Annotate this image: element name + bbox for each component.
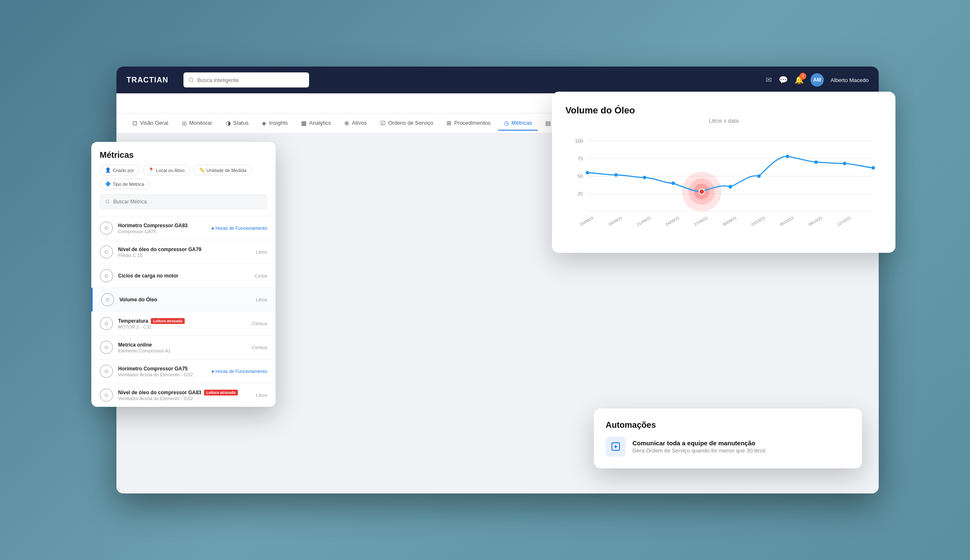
data-point xyxy=(843,162,846,165)
svg-text:15/09/21: 15/09/21 xyxy=(579,215,594,227)
svg-point-0 xyxy=(189,78,193,82)
filter-chip-criado[interactable]: 👤 Criado por xyxy=(100,165,139,175)
metric-icon: ⊙ xyxy=(100,269,113,283)
metric-sub: Ventilador Acima do Elemento - GS2 xyxy=(118,396,251,401)
list-item[interactable]: ⊙ Horímetro Compressor GA83 Compressor G… xyxy=(91,216,276,240)
svg-text:75: 75 xyxy=(578,156,583,161)
metric-icon: ⊙ xyxy=(100,388,113,402)
late-reading-tag: Leitura atrasada xyxy=(204,390,238,396)
data-point xyxy=(786,155,789,158)
metric-unit: Ciclos xyxy=(255,273,267,278)
data-point xyxy=(729,185,732,188)
metric-name: Metrica online xyxy=(118,342,247,348)
automacao-name: Comunicar toda a equipe de manutenção xyxy=(632,439,766,447)
list-item[interactable]: ⊙ Metrica online Elemento Compressor A1 … xyxy=(91,335,276,359)
tab-metricas[interactable]: ◷ Métricas xyxy=(498,116,538,131)
data-point xyxy=(872,166,875,170)
tab-monitorar[interactable]: ◎ Monitorar xyxy=(176,116,218,131)
metric-unit: Celsius xyxy=(252,321,267,326)
metric-name: Nível de óleo do compressor GA83 Leitura… xyxy=(118,390,251,396)
automation-icon-svg xyxy=(611,442,621,452)
metric-name: Ciclos de carga no motor xyxy=(118,273,250,279)
automacao-item[interactable]: Comunicar toda a equipe de manutenção Ge… xyxy=(606,437,850,457)
search-icon-small xyxy=(105,199,110,204)
data-point xyxy=(671,182,675,185)
data-point xyxy=(757,175,761,178)
metric-icon: ⊙ xyxy=(100,245,113,259)
metric-link: ● Horas de Funcionamento xyxy=(212,226,267,231)
list-item[interactable]: ⊙ Horímetro Compressor GA75 Ventilador A… xyxy=(91,359,276,383)
tab-insights[interactable]: ◈ Insights xyxy=(256,116,294,131)
search-input[interactable] xyxy=(197,77,304,83)
floating-chart-window: Volume do Óleo Litros x data 100 75 50 2… xyxy=(552,92,895,253)
tab-ativos[interactable]: ⊕ Ativos xyxy=(338,116,372,131)
metric-name: Temperatura Leitura atrasada xyxy=(118,318,247,324)
search-icon xyxy=(188,77,194,83)
automacoes-title: Automações xyxy=(606,420,850,430)
tab-visao-geral[interactable]: ⊡ Visão Geral xyxy=(126,116,174,131)
chart-area: 100 75 50 25 xyxy=(565,131,882,239)
svg-text:21/09/21: 21/09/21 xyxy=(636,215,652,227)
tab-analytics[interactable]: ▦ Analytics xyxy=(295,116,337,131)
envelope-icon[interactable]: ✉ xyxy=(766,75,772,85)
floating-automacoes-window: Automações Comunicar toda a equipe de ma… xyxy=(594,408,862,468)
metric-icon: ⊙ xyxy=(100,221,113,235)
svg-text:09/10/21: 09/10/21 xyxy=(807,215,823,227)
svg-text:27/09/21: 27/09/21 xyxy=(693,215,709,227)
tab-ordens[interactable]: ☑ Ordens de Serviço xyxy=(374,116,439,131)
chat-icon[interactable]: 💬 xyxy=(779,75,788,85)
floating-search-input[interactable] xyxy=(113,199,262,205)
metric-sub: MOTOR 2 - CJ2 xyxy=(118,324,247,329)
svg-text:12/10/21: 12/10/21 xyxy=(836,215,851,227)
nav-icons: ✉ 💬 🔔 7 AM Alberto Macedo xyxy=(766,73,869,87)
metric-link: ● Horas de Funcionamento xyxy=(212,369,267,374)
metric-unit: Litros xyxy=(256,393,267,398)
metric-sub: Compressor GA75 xyxy=(118,229,206,234)
search-bar[interactable] xyxy=(183,72,309,87)
svg-text:30/09/21: 30/09/21 xyxy=(722,215,737,227)
floating-list-items: ⊙ Horímetro Compressor GA83 Compressor G… xyxy=(91,216,276,407)
svg-text:24/09/21: 24/09/21 xyxy=(665,215,680,227)
floating-search-box[interactable] xyxy=(100,194,267,209)
metric-icon: ⊙ xyxy=(100,317,113,330)
metric-name: Volume do Óleo xyxy=(119,297,251,303)
data-point xyxy=(814,160,818,164)
list-item[interactable]: ⊙ Nível de óleo do compressor GA79 Prédi… xyxy=(91,240,276,264)
chart-subtitle: Litros x data xyxy=(565,118,882,124)
data-point xyxy=(586,171,589,174)
list-item[interactable]: ⊙ Ciclos de carga no motor Ciclos xyxy=(91,264,276,288)
anomaly-point xyxy=(699,189,704,194)
floating-filters: 👤 Criado por 📍 Local ou Ativo 📏 Unidade … xyxy=(100,165,267,189)
metric-sub: Elemento Compressor A1 xyxy=(118,348,247,353)
late-reading-tag: Leitura atrasada xyxy=(151,318,185,324)
svg-text:25: 25 xyxy=(578,191,583,196)
metric-name: Nível de óleo do compressor GA79 xyxy=(118,247,251,252)
chart-svg: 100 75 50 25 xyxy=(565,131,882,239)
bell-badge-container[interactable]: 🔔 7 xyxy=(795,75,804,85)
list-item-selected[interactable]: ⊙ Volume do Óleo Litros xyxy=(91,288,276,311)
data-point xyxy=(614,173,618,177)
metric-name: Horímetro Compressor GA75 xyxy=(118,366,206,372)
metric-unit: Celsius xyxy=(252,345,267,350)
floating-list-title: Métricas xyxy=(100,150,267,160)
filter-chip-unidade[interactable]: 📏 Unidade de Medida xyxy=(193,165,252,175)
avatar[interactable]: AM xyxy=(810,73,824,87)
svg-text:50: 50 xyxy=(578,174,583,179)
metric-unit: Litros xyxy=(256,249,267,254)
navbar: TRACTIAN ✉ 💬 🔔 7 AM Alberto Macedo xyxy=(116,67,879,93)
floating-header: Métricas 👤 Criado por 📍 Local ou Ativo 📏… xyxy=(91,142,276,216)
user-name: Alberto Macedo xyxy=(831,77,869,83)
metric-name: Horímetro Compressor GA83 xyxy=(118,223,206,229)
list-item[interactable]: ⊙ Nível de óleo do compressor GA83 Leitu… xyxy=(91,383,276,407)
svg-text:06/10/21: 06/10/21 xyxy=(779,215,795,227)
filter-chip-tipo[interactable]: 🔷 Tipo de Métrica xyxy=(100,179,150,189)
svg-text:18/09/21: 18/09/21 xyxy=(607,215,623,227)
svg-text:03/10/21: 03/10/21 xyxy=(751,215,766,227)
metric-icon: ⊙ xyxy=(101,293,114,306)
filter-chip-local[interactable]: 📍 Local ou Ativo xyxy=(143,165,190,175)
metric-icon: ⊙ xyxy=(100,341,113,354)
data-point xyxy=(643,176,646,179)
list-item[interactable]: ⊙ Temperatura Leitura atrasada MOTOR 2 -… xyxy=(91,311,276,335)
tab-procedimentos[interactable]: ⊞ Procedimentos xyxy=(441,116,496,131)
tab-status[interactable]: ◑ Status xyxy=(220,116,255,131)
